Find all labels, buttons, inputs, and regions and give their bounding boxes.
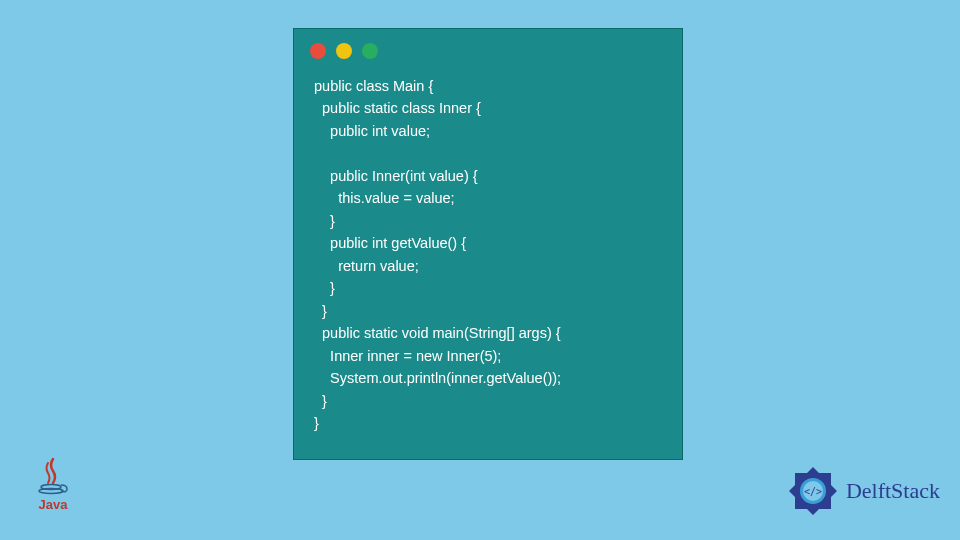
maximize-icon[interactable] — [362, 43, 378, 59]
minimize-icon[interactable] — [336, 43, 352, 59]
delftstack-icon: </> — [786, 464, 840, 518]
close-icon[interactable] — [310, 43, 326, 59]
delftstack-logo: </> DelftStack — [786, 464, 940, 518]
svg-point-1 — [39, 489, 63, 494]
code-window: public class Main { public static class … — [293, 28, 683, 460]
svg-text:</>: </> — [804, 486, 822, 497]
java-label: Java — [39, 497, 68, 512]
code-content: public class Main { public static class … — [294, 67, 682, 443]
java-logo: Java — [28, 457, 78, 522]
window-controls — [294, 29, 682, 67]
java-cup-icon — [37, 457, 69, 495]
delftstack-label: DelftStack — [846, 478, 940, 504]
